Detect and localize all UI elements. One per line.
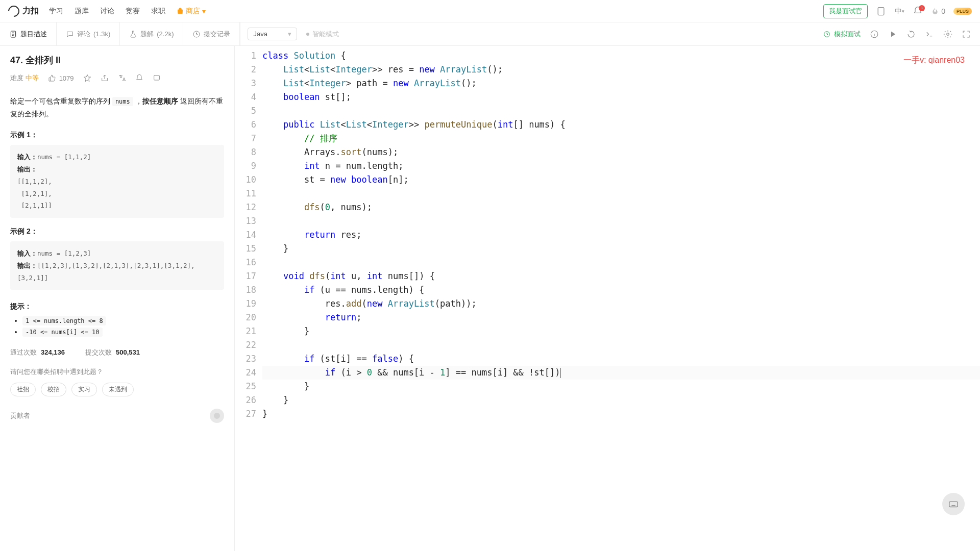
floating-help-button[interactable] [942,493,965,515]
logo-icon [6,3,21,19]
flask-icon [129,30,137,38]
notification-icon[interactable]: 1 [913,6,923,16]
line-gutter: 1234567891011121314151617181920212223242… [235,49,262,421]
tablet-icon[interactable] [876,6,886,16]
desc-text: 给定一个可包含重复数字的序列 [10,97,112,105]
comment-icon [66,30,74,38]
nav-discuss[interactable]: 讨论 [100,7,114,16]
nav-items: 学习 题库 讨论 竞赛 求职 商店 ▾ [49,7,206,16]
hint-code: 1 <= nums.length <= 8 [22,316,106,325]
tag-intern[interactable]: 实习 [71,383,97,396]
avatar[interactable] [210,409,224,423]
tab-comments[interactable]: 评论 (1.3k) [57,22,120,45]
smart-mode-label: 智能模式 [312,30,339,39]
document-icon [9,30,17,38]
svg-rect-0 [878,7,884,15]
watermark: 一手v: qianren03 [903,53,965,67]
bell-icon[interactable] [135,74,143,82]
chevron-down-icon: ▾ [902,9,904,14]
dot-icon [306,33,309,36]
fullscreen-icon[interactable] [962,30,971,39]
star-icon[interactable] [83,74,91,82]
company-tags: 社招 校招 实习 未遇到 [10,383,224,396]
clock-icon [823,30,831,38]
tab-submissions-label: 提交记录 [204,30,230,39]
hint-item: 1 <= nums.length <= 8 [22,316,224,324]
tag-none[interactable]: 未遇到 [102,383,134,396]
divider [240,22,240,45]
accepted-value: 324,136 [41,348,65,356]
desc-code: nums [112,97,133,106]
top-nav: 力扣 学习 题库 讨论 竞赛 求职 商店 ▾ 我是面试官 中▾ 1 0 PLUS [0,0,980,22]
language-toggle[interactable]: 中▾ [894,6,904,16]
hint-code: -10 <= nums[i] <= 10 [22,328,103,337]
difficulty-label: 难度 [10,74,23,82]
tab-solutions-label: 题解 [140,30,154,39]
settings-icon[interactable] [943,30,952,39]
tag-social[interactable]: 社招 [10,383,36,396]
logo[interactable]: 力扣 [8,6,39,17]
fire-icon [931,7,939,15]
difficulty-value: 中等 [26,74,39,82]
nav-problems[interactable]: 题库 [75,7,89,16]
nav-contest[interactable]: 竞赛 [126,7,140,16]
hints-list: 1 <= nums.length <= 8 -10 <= nums[i] <= … [10,316,224,336]
mock-label: 模拟面试 [834,30,861,39]
info-icon[interactable] [870,30,879,39]
svg-rect-7 [949,502,958,507]
streak-count: 0 [941,7,945,15]
logo-text: 力扣 [22,6,39,16]
tab-comments-label: 评论 [77,30,90,39]
tab-solutions[interactable]: 题解 (2.2k) [120,22,183,45]
run-icon[interactable] [888,30,897,39]
problem-meta: 难度 中等 1079 [10,73,224,83]
tab-solutions-count: (2.2k) [157,30,174,38]
smart-mode-toggle[interactable]: 智能模式 [306,30,339,39]
nav-shop-label: 商店 [186,7,200,16]
terminal-icon[interactable] [925,30,934,39]
nav-shop[interactable]: 商店 ▾ [177,7,206,16]
problem-title: 47. 全排列 II [10,54,224,66]
tag-campus[interactable]: 校招 [41,383,66,396]
tab-desc-label: 题目描述 [20,30,47,39]
submissions-value: 500,531 [116,348,140,356]
tabs-bar: 题目描述 评论 (1.3k) 题解 (2.2k) 提交记录 Java ▾ 智能模… [0,22,980,46]
left-tabs: 题目描述 评论 (1.3k) 题解 (2.2k) 提交记录 [0,22,240,45]
stats-row: 通过次数324,136 提交次数500,531 [10,348,224,357]
tab-comments-count: (1.3k) [93,30,110,38]
desc-bold: 按任意顺序 [142,97,178,105]
code-editor[interactable]: 一手v: qianren03 1234567891011121314151617… [235,46,980,551]
shop-icon [177,8,184,15]
example-1-title: 示例 1： [10,131,224,140]
contributor-label: 贡献者 [10,411,30,420]
tab-description[interactable]: 题目描述 [0,22,57,45]
feedback-icon[interactable] [153,74,161,82]
streak-counter[interactable]: 0 [931,7,945,15]
chevron-down-icon: ▾ [202,7,206,15]
example-1-box: 输入：nums = [1,1,2] 输出： [[1,1,2], [1,2,1],… [10,145,224,218]
chevron-down-icon: ▾ [288,30,291,38]
share-icon[interactable] [101,74,109,82]
code-lines[interactable]: class Solution { List<List<Integer>> res… [262,49,980,421]
plus-badge[interactable]: PLUS [953,8,972,15]
nav-right: 我是面试官 中▾ 1 0 PLUS [823,4,972,18]
nav-jobs[interactable]: 求职 [151,7,165,16]
nav-learn[interactable]: 学习 [49,7,63,16]
editor-tools: 模拟面试 [823,30,980,39]
code-area: 1234567891011121314151617181920212223242… [235,46,980,421]
main-content: 47. 全排列 II 难度 中等 1079 给定一个可包含重复数字的序列 num… [0,46,980,551]
contributor-row: 贡献者 [10,409,224,423]
accepted-label: 通过次数 [10,348,37,356]
example-2-box: 输入：nums = [1,2,3] 输出：[[1,2,3],[1,3,2],[2… [10,241,224,290]
mock-interview-button[interactable]: 模拟面试 [823,30,861,39]
language-select[interactable]: Java ▾ [248,28,297,40]
hint-item: -10 <= nums[i] <= 10 [22,328,224,336]
submissions-label: 提交次数 [85,348,112,356]
interviewer-button[interactable]: 我是面试官 [823,4,868,18]
like-button[interactable]: 1079 [48,74,74,82]
tab-submissions[interactable]: 提交记录 [183,22,240,45]
reset-icon[interactable] [906,30,916,39]
translate-icon[interactable] [118,74,126,82]
problem-panel: 47. 全排列 II 难度 中等 1079 给定一个可包含重复数字的序列 num… [0,46,235,551]
language-value: Java [253,30,267,38]
